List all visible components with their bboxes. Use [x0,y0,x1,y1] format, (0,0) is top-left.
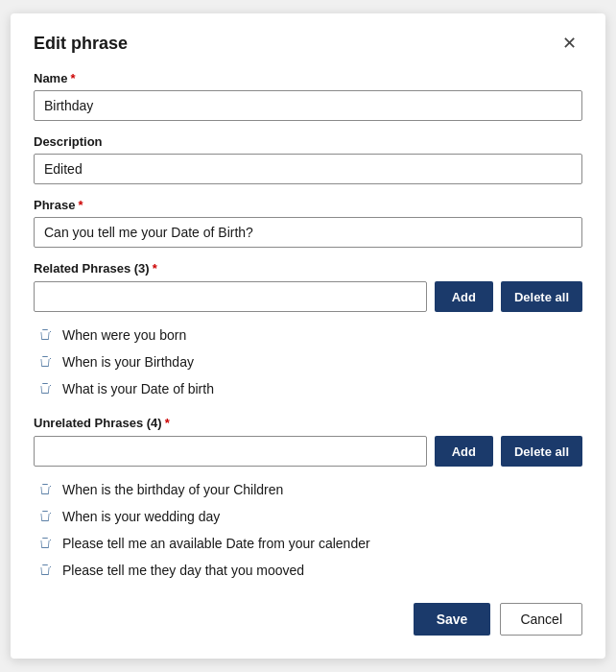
related-delete-all-button[interactable]: Delete all [501,281,582,312]
description-label: Description [34,134,582,149]
edit-phrase-modal: Edit phrase ✕ Name * Description Phrase … [11,13,605,659]
related-phrases-input-row: Add Delete all [34,281,582,312]
close-button[interactable]: ✕ [557,33,582,54]
name-input[interactable] [34,90,582,121]
unrelated-phrases-section: Unrelated Phrases (4) * Add Delete all W… [34,416,582,584]
description-field-group: Description [34,134,582,184]
unrelated-delete-all-button[interactable]: Delete all [501,436,582,467]
list-item: When were you born [34,322,582,348]
cancel-button[interactable]: Cancel [500,603,582,636]
list-item: Please tell me they day that you mooved [34,557,582,584]
phrase-field-group: Phrase * [34,198,582,248]
trash-icon[interactable] [37,536,53,551]
list-item: When is your wedding day [34,503,582,530]
unrelated-phrases-header: Unrelated Phrases (4) * [34,416,582,430]
list-item: When is your Birthday [34,348,582,375]
list-item: What is your Date of birth [34,375,582,402]
unrelated-phrases-input-row: Add Delete all [34,436,582,467]
unrelated-phrase-list: When is the birthday of your Children Wh… [34,476,582,584]
list-item: Please tell me an available Date from yo… [34,530,582,557]
related-add-button[interactable]: Add [435,281,493,312]
trash-icon[interactable] [37,563,53,578]
name-label: Name * [34,71,582,85]
list-item: When is the birthday of your Children [34,476,582,503]
trash-icon[interactable] [37,354,53,370]
unrelated-phrase-input[interactable] [34,436,427,467]
related-phrases-header: Related Phrases (3) * [34,261,582,276]
trash-icon[interactable] [37,327,53,343]
modal-title: Edit phrase [34,34,128,54]
trash-icon[interactable] [37,482,53,497]
unrelated-add-button[interactable]: Add [435,436,493,467]
name-required-star: * [70,71,75,85]
phrase-required-star: * [78,198,83,212]
trash-icon[interactable] [37,381,53,396]
related-phrases-section: Related Phrases (3) * Add Delete all Whe… [34,261,582,402]
modal-header: Edit phrase ✕ [34,33,582,54]
modal-footer: Save Cancel [34,603,582,636]
related-phrase-list: When were you born When is your Birthday… [34,322,582,402]
save-button[interactable]: Save [414,603,491,636]
description-input[interactable] [34,154,582,184]
related-phrase-input[interactable] [34,281,427,312]
name-field-group: Name * [34,71,582,121]
trash-icon[interactable] [37,509,53,524]
phrase-label: Phrase * [34,198,582,212]
related-required-star: * [153,261,157,276]
unrelated-required-star: * [165,416,170,430]
phrase-input[interactable] [34,217,582,248]
